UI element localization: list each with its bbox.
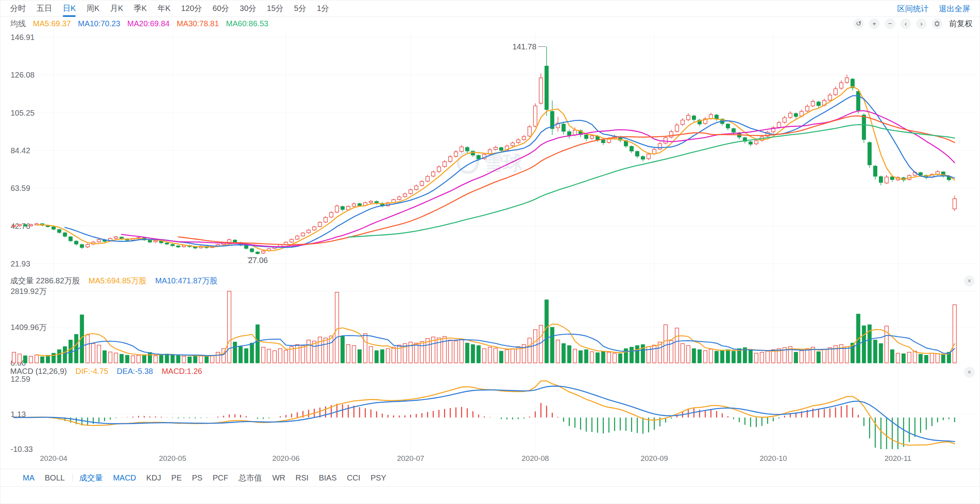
svg-text:21.93: 21.93 bbox=[11, 259, 30, 268]
volume-pane-close-icon[interactable]: × bbox=[964, 276, 975, 286]
svg-text:2020-07: 2020-07 bbox=[397, 454, 424, 462]
svg-text:2020-04: 2020-04 bbox=[40, 454, 67, 462]
indicator-tab-MACD[interactable]: MACD bbox=[113, 473, 136, 482]
svg-text:105.25: 105.25 bbox=[11, 109, 35, 117]
stock-chart-app: 分时五日日K周K月K季K年K120分60分30分15分5分1分 区间统计 退出全… bbox=[0, 0, 980, 504]
svg-text:2020-08: 2020-08 bbox=[522, 454, 549, 462]
svg-text:141.78: 141.78 bbox=[513, 42, 536, 51]
indicator-tab-PE[interactable]: PE bbox=[171, 473, 182, 482]
macd-dif-legend: DIF:-4.75 bbox=[76, 367, 108, 376]
indicator-tab-BIAS[interactable]: BIAS bbox=[319, 473, 337, 482]
macd-dea-legend: DEA:-5.38 bbox=[117, 367, 153, 376]
indicator-tab-BOLL[interactable]: BOLL bbox=[45, 473, 65, 482]
svg-text:2020-05: 2020-05 bbox=[159, 454, 186, 462]
macd-pane-close-icon[interactable]: × bbox=[964, 367, 975, 378]
volume-pane-header: 成交量 2286.82万股 MA5:694.85万股 MA10:471.87万股 bbox=[10, 276, 218, 286]
indicator-tab-PS[interactable]: PS bbox=[192, 473, 203, 482]
indicator-tab-KDJ[interactable]: KDJ bbox=[146, 473, 161, 482]
svg-text:84.42: 84.42 bbox=[11, 146, 30, 155]
kline-chart-canvas[interactable]: 2020-042020-052020-062020-072020-082020-… bbox=[0, 0, 980, 504]
svg-text:-10.33: -10.33 bbox=[11, 445, 33, 453]
indicator-tab-CCI[interactable]: CCI bbox=[347, 473, 360, 482]
indicator-tab-总市值[interactable]: 总市值 bbox=[238, 473, 262, 483]
svg-text:27.06: 27.06 bbox=[248, 256, 268, 265]
macd-title: MACD (12,26,9) bbox=[10, 367, 67, 376]
svg-text:12.59: 12.59 bbox=[11, 375, 30, 383]
svg-text:126.08: 126.08 bbox=[11, 71, 35, 79]
indicator-tab-MA[interactable]: MA bbox=[23, 473, 35, 482]
indicator-tab-PCF[interactable]: PCF bbox=[213, 473, 228, 482]
svg-text:2020-10: 2020-10 bbox=[760, 454, 787, 462]
svg-text:2020-09: 2020-09 bbox=[640, 454, 668, 462]
volume-ma5-legend: MA5:694.85万股 bbox=[89, 276, 147, 286]
volume-title: 成交量 2286.82万股 bbox=[10, 276, 80, 286]
svg-text:2819.92万: 2819.92万 bbox=[11, 287, 47, 296]
indicator-tab-RSI[interactable]: RSI bbox=[296, 473, 309, 482]
svg-text:63.59: 63.59 bbox=[11, 184, 30, 192]
indicator-tab-WR[interactable]: WR bbox=[272, 473, 285, 482]
svg-text:1409.96万: 1409.96万 bbox=[11, 323, 47, 332]
indicator-group-divider bbox=[73, 474, 73, 482]
volume-ma10-legend: MA10:471.87万股 bbox=[155, 276, 218, 286]
svg-text:2020-11: 2020-11 bbox=[885, 454, 911, 462]
svg-text:2020-06: 2020-06 bbox=[272, 454, 300, 462]
macd-pane-header: MACD (12,26,9) DIF:-4.75 DEA:-5.38 MACD:… bbox=[10, 367, 202, 376]
macd-value-legend: MACD:1.26 bbox=[162, 367, 202, 376]
indicator-tab-成交量[interactable]: 成交量 bbox=[79, 473, 103, 483]
indicator-tab-bar: MABOLL成交量MACDKDJPEPSPCF总市值WRRSIBIASCCIPS… bbox=[0, 469, 980, 487]
indicator-tab-PSY[interactable]: PSY bbox=[371, 473, 386, 482]
svg-text:146.91: 146.91 bbox=[11, 33, 35, 42]
